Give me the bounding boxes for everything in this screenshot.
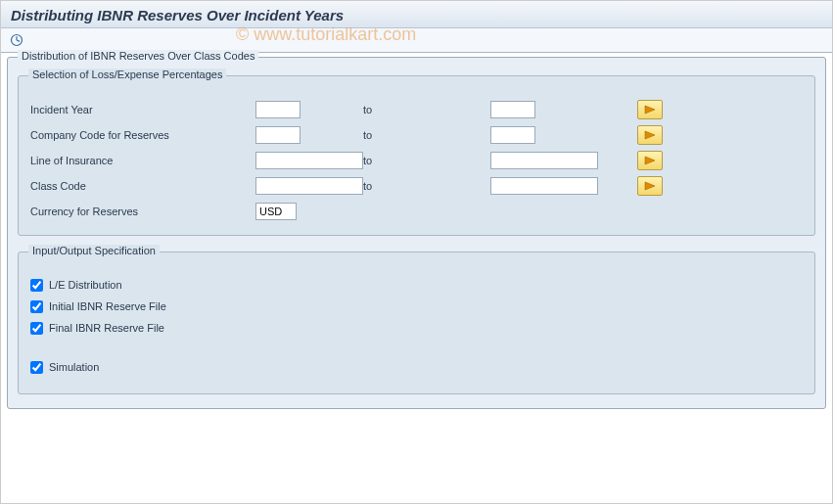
- company-code-to-input[interactable]: [490, 126, 535, 144]
- row-company-code: Company Code for Reserves to: [30, 123, 803, 147]
- class-code-from-input[interactable]: [255, 177, 363, 195]
- label-class-code: Class Code: [30, 180, 255, 192]
- label-simulation: Simulation: [49, 361, 99, 373]
- multiple-selection-button[interactable]: [637, 176, 663, 196]
- svg-line-2: [17, 40, 20, 41]
- label-incident-year: Incident Year: [30, 104, 255, 115]
- execute-icon[interactable]: [9, 32, 24, 48]
- group-distribution: Distribution of IBNR Reserves Over Class…: [7, 57, 826, 409]
- row-initial-ibnr: Initial IBNR Reserve File: [30, 296, 803, 317]
- line-insurance-to-input[interactable]: [490, 152, 598, 169]
- title-bar: Distributing IBNR Reserves Over Incident…: [1, 1, 832, 28]
- company-code-from-input[interactable]: [255, 126, 301, 144]
- row-class-code: Class Code to: [30, 174, 803, 198]
- multiple-selection-button[interactable]: [637, 151, 663, 170]
- simulation-checkbox[interactable]: [30, 361, 43, 374]
- label-to: to: [363, 129, 490, 141]
- group-io-spec: Input/Output Specification L/E Distribut…: [18, 252, 815, 394]
- label-line-insurance: Line of Insurance: [30, 155, 255, 166]
- group-selection-legend: Selection of Loss/Expense Percentages: [28, 69, 226, 80]
- class-code-to-input[interactable]: [490, 177, 598, 195]
- row-line-insurance: Line of Insurance to: [30, 149, 803, 172]
- final-ibnr-checkbox[interactable]: [30, 322, 43, 335]
- label-company-code: Company Code for Reserves: [30, 129, 255, 141]
- group-io-spec-legend: Input/Output Specification: [28, 245, 160, 256]
- multiple-selection-button[interactable]: [637, 125, 663, 145]
- row-le-distribution: L/E Distribution: [30, 274, 803, 296]
- label-to: to: [363, 104, 490, 115]
- group-distribution-legend: Distribution of IBNR Reserves Over Class…: [18, 50, 258, 62]
- label-initial-ibnr: Initial IBNR Reserve File: [49, 300, 166, 312]
- incident-year-from-input[interactable]: [255, 101, 301, 118]
- label-final-ibnr: Final IBNR Reserve File: [49, 322, 164, 334]
- row-currency: Currency for Reserves: [30, 200, 803, 223]
- row-incident-year: Incident Year to: [30, 98, 803, 121]
- row-simulation: Simulation: [30, 356, 803, 378]
- le-distribution-checkbox[interactable]: [30, 279, 43, 292]
- label-to: to: [363, 180, 490, 192]
- label-currency: Currency for Reserves: [30, 206, 255, 217]
- row-final-ibnr: Final IBNR Reserve File: [30, 317, 803, 339]
- label-to: to: [363, 155, 490, 166]
- initial-ibnr-checkbox[interactable]: [30, 300, 43, 313]
- line-insurance-from-input[interactable]: [255, 152, 363, 169]
- currency-input[interactable]: [255, 203, 297, 220]
- label-le-distribution: L/E Distribution: [49, 279, 122, 291]
- page-title: Distributing IBNR Reserves Over Incident…: [11, 7, 822, 23]
- multiple-selection-button[interactable]: [637, 100, 663, 119]
- incident-year-to-input[interactable]: [490, 101, 535, 118]
- group-selection: Selection of Loss/Expense Percentages In…: [18, 75, 815, 236]
